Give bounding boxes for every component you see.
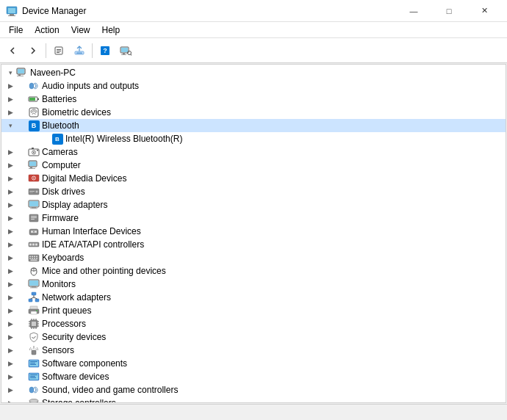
tree-item-sound[interactable]: ▶ Sound, video and game controllers — [1, 383, 506, 397]
expand-mice[interactable]: ▶ — [4, 265, 16, 277]
expand-bluetooth[interactable]: ▾ — [4, 120, 16, 131]
digital-media-label: Digital Media Devices — [42, 173, 126, 184]
monitors-label: Monitors — [42, 279, 76, 289]
expand-sw-devices[interactable]: ▶ — [4, 371, 16, 383]
root-label: Naveen-PC — [30, 68, 76, 78]
expand-processors[interactable]: ▶ — [4, 318, 16, 330]
sensors-icon — [28, 344, 40, 356]
svg-point-22 — [29, 83, 34, 89]
help-button[interactable]: ? — [96, 41, 115, 60]
tree-item-biometric[interactable]: ▶ Biometric devices — [1, 106, 506, 119]
expand-display[interactable]: ▶ — [4, 199, 16, 211]
mice-icon — [28, 265, 40, 277]
svg-rect-46 — [30, 209, 37, 209]
main-content: ▾ Naveen-PC ▶ — [1, 64, 506, 403]
expand-root[interactable]: ▾ — [4, 67, 16, 79]
tree-item-hid[interactable]: ▶ Human Interface Devices — [1, 225, 506, 238]
tree-item-audio[interactable]: ▶ Audio inputs and outputs — [1, 79, 506, 93]
batteries-label: Batteries — [42, 94, 76, 104]
expand-sensors[interactable]: ▶ — [4, 344, 16, 356]
tree-item-ide[interactable]: ▶ IDE ATA/ATAPI controllers — [1, 238, 506, 251]
menu-bar: File Action View Help — [0, 22, 507, 38]
tree-item-cameras[interactable]: ▶ Cameras — [1, 145, 506, 159]
tree-item-processors[interactable]: ▶ — [1, 317, 506, 330]
svg-rect-106 — [30, 363, 35, 363]
svg-rect-67 — [34, 258, 35, 259]
tree-item-display[interactable]: ▶ Display adapters — [1, 198, 506, 211]
menu-file[interactable]: File — [3, 22, 29, 37]
tree-item-intel-bt[interactable]: B Intel(R) Wireless Bluetooth(R) — [1, 132, 506, 145]
processor-icon — [28, 318, 40, 330]
svg-rect-63 — [34, 256, 35, 258]
menu-action[interactable]: Action — [29, 22, 65, 37]
tree-item-disk-drives[interactable]: ▶ Disk drives — [1, 185, 506, 198]
expand-sw-components[interactable]: ▶ — [4, 358, 16, 369]
tree-item-storage[interactable]: ▶ Storage controllers — [1, 397, 506, 402]
menu-help[interactable]: Help — [96, 22, 126, 37]
expand-hid[interactable]: ▶ — [4, 225, 16, 237]
svg-rect-110 — [30, 374, 37, 375]
expand-security[interactable]: ▶ — [4, 331, 16, 343]
svg-rect-31 — [37, 150, 38, 151]
expand-monitors[interactable]: ▶ — [4, 278, 16, 290]
tree-item-network[interactable]: ▶ Network adapters — [1, 291, 506, 304]
mice-label: Mice and other pointing devices — [42, 266, 166, 276]
forward-button[interactable] — [24, 41, 43, 60]
tree-item-firmware[interactable]: ▶ Firmware — [1, 211, 506, 225]
svg-rect-68 — [36, 258, 37, 259]
expand-biometric[interactable]: ▶ — [4, 106, 16, 118]
close-button[interactable]: ✕ — [467, 0, 501, 22]
menu-view[interactable]: View — [65, 22, 96, 37]
svg-rect-25 — [29, 98, 35, 101]
tree-item-print[interactable]: ▶ Print queues — [1, 304, 506, 317]
tree-item-bluetooth[interactable]: ▾ B Bluetooth — [1, 119, 506, 132]
expand-ide[interactable]: ▶ — [4, 239, 16, 250]
sensors-label: Sensors — [42, 345, 74, 355]
svg-rect-85 — [31, 311, 37, 314]
storage-icon — [28, 397, 40, 402]
scan-button[interactable] — [116, 41, 135, 60]
svg-rect-19 — [18, 69, 24, 73]
maximize-button[interactable]: □ — [432, 0, 466, 22]
tree-item-batteries[interactable]: ▶ Batteries — [1, 93, 506, 106]
device-tree[interactable]: ▾ Naveen-PC ▶ — [1, 65, 506, 402]
svg-rect-74 — [29, 280, 38, 286]
tree-item-digital-media[interactable]: ▶ Digital Media Devices — [1, 172, 506, 185]
expand-computer[interactable]: ▶ — [4, 159, 16, 171]
expand-batteries[interactable]: ▶ — [4, 93, 16, 105]
back-button[interactable] — [3, 41, 22, 60]
tree-item-sensors[interactable]: ▶ Sensors — [1, 344, 506, 357]
disk-drives-label: Disk drives — [42, 187, 85, 197]
minimize-button[interactable]: — — [397, 0, 431, 22]
expand-network[interactable]: ▶ — [4, 292, 16, 303]
svg-rect-78 — [29, 299, 32, 302]
tree-item-sw-components[interactable]: ▶ Software components — [1, 357, 506, 370]
tree-item-computer[interactable]: ▶ Computer — [1, 159, 506, 172]
svg-rect-21 — [17, 76, 24, 76]
toolbar-sep-2 — [92, 43, 93, 58]
svg-rect-88 — [32, 322, 36, 326]
properties-button[interactable] — [49, 41, 68, 60]
expand-cameras[interactable]: ▶ — [4, 146, 16, 158]
expand-digital-media[interactable]: ▶ — [4, 173, 16, 184]
svg-line-82 — [34, 297, 37, 299]
expand-disk-drives[interactable]: ▶ — [4, 186, 16, 198]
window-controls: — □ ✕ — [397, 0, 501, 22]
svg-rect-66 — [32, 258, 33, 259]
expand-audio[interactable]: ▶ — [4, 80, 16, 92]
tree-root[interactable]: ▾ Naveen-PC — [1, 66, 506, 79]
expand-storage[interactable]: ▶ — [4, 397, 16, 402]
expand-keyboards[interactable]: ▶ — [4, 252, 16, 264]
tree-item-monitors[interactable]: ▶ Monitors — [1, 278, 506, 291]
expand-sound[interactable]: ▶ — [4, 384, 16, 396]
expand-firmware[interactable]: ▶ — [4, 212, 16, 224]
tree-item-mice[interactable]: ▶ Mice and other pointing devices — [1, 264, 506, 278]
update-driver-button[interactable] — [70, 41, 89, 60]
ide-icon — [28, 239, 40, 250]
tree-item-security[interactable]: ▶ Security devices — [1, 330, 506, 344]
tree-item-keyboards[interactable]: ▶ Keyboards — [1, 251, 506, 264]
svg-rect-42 — [29, 192, 33, 193]
expand-print[interactable]: ▶ — [4, 305, 16, 316]
tree-item-sw-devices[interactable]: ▶ Software devices — [1, 370, 506, 383]
svg-rect-57 — [29, 244, 32, 246]
